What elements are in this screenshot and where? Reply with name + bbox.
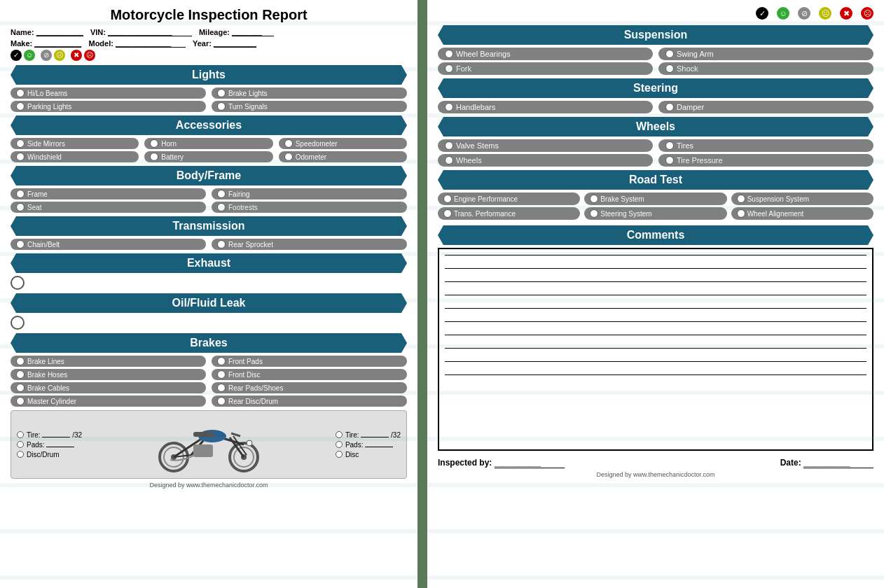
swing-arm-circle[interactable] <box>665 50 674 58</box>
wheel-alignment-label: Wheel Alignement <box>747 210 804 218</box>
brake-hoses-label: Brake Hoses <box>27 371 67 379</box>
windshield-item[interactable]: Windshield <box>11 151 139 162</box>
rear-pads-item[interactable]: Rear Pads/Shoes <box>212 382 407 393</box>
suspension-system-item[interactable]: Suspension System <box>731 192 873 205</box>
brake-system-circle[interactable] <box>590 195 598 203</box>
hi-lo-beams-circle[interactable] <box>16 89 25 97</box>
chain-belt-item[interactable]: Chain/Belt <box>11 239 206 250</box>
master-cylinder-circle[interactable] <box>16 397 25 405</box>
trans-performance-circle[interactable] <box>443 209 452 218</box>
exhaust-circle[interactable] <box>11 276 25 290</box>
front-pads-item[interactable]: Front Pads <box>212 356 407 367</box>
damper-circle[interactable] <box>665 103 674 111</box>
fork-item[interactable]: Fork <box>438 62 653 75</box>
right-tire-circle[interactable] <box>336 431 343 438</box>
left-pads-circle[interactable] <box>17 441 24 448</box>
brake-hoses-circle[interactable] <box>16 370 25 379</box>
turn-signals-item[interactable]: Turn Signals <box>212 101 407 112</box>
seat-item[interactable]: Seat <box>11 202 206 213</box>
valve-stems-item[interactable]: Valve Stems <box>438 139 653 152</box>
hi-lo-beams-item[interactable]: Hi/Lo Beams <box>11 88 206 99</box>
shock-item[interactable]: Shock <box>658 62 873 75</box>
wheels-item[interactable]: Wheels <box>438 154 653 167</box>
parking-lights-circle[interactable] <box>16 102 25 111</box>
rear-disc-circle[interactable] <box>217 397 226 405</box>
wheels-circle[interactable] <box>445 156 453 164</box>
brake-cables-item[interactable]: Brake Cables <box>11 382 206 393</box>
battery-item[interactable]: Battery <box>144 151 272 162</box>
frame-circle[interactable] <box>16 190 25 198</box>
suspension-system-label: Suspension System <box>747 195 809 203</box>
damper-item[interactable]: Damper <box>658 101 873 113</box>
brake-lines-item[interactable]: Brake Lines <box>11 356 206 367</box>
parking-lights-item[interactable]: Parking Lights <box>11 101 206 112</box>
brake-system-item[interactable]: Brake System <box>584 192 726 205</box>
odometer-label: Odometer <box>296 153 326 161</box>
horn-item[interactable]: Horn <box>144 138 272 149</box>
left-disc-item: Disc/Drum <box>17 451 82 458</box>
odometer-item[interactable]: Odometer <box>279 151 407 162</box>
seat-circle[interactable] <box>16 203 25 211</box>
speedometer-circle[interactable] <box>284 139 293 148</box>
side-mirrors-item[interactable]: Side Mirrors <box>11 138 139 149</box>
chain-belt-circle[interactable] <box>16 240 25 248</box>
tires-circle[interactable] <box>665 141 674 150</box>
steering-system-item[interactable]: Steering System <box>584 207 726 220</box>
wheel-alignment-item[interactable]: Wheel Alignement <box>731 207 873 220</box>
front-pads-circle[interactable] <box>217 357 226 365</box>
oil-fluid-circle[interactable] <box>11 316 25 330</box>
battery-circle[interactable] <box>150 153 158 161</box>
wheel-alignment-circle[interactable] <box>737 209 745 218</box>
turn-signals-circle[interactable] <box>217 102 226 111</box>
front-disc-circle[interactable] <box>217 370 226 379</box>
shock-circle[interactable] <box>665 64 674 73</box>
handlebars-circle[interactable] <box>445 103 453 111</box>
rear-pads-circle[interactable] <box>217 384 226 392</box>
body-frame-header: Body/Frame <box>11 166 407 186</box>
handlebars-item[interactable]: Handlebars <box>438 101 653 113</box>
front-disc-item[interactable]: Front Disc <box>212 369 407 380</box>
wheel-bearings-item[interactable]: Wheel Bearings <box>438 48 653 60</box>
comments-box[interactable] <box>438 248 873 451</box>
brake-lights-item[interactable]: Brake Lights <box>212 88 407 99</box>
master-cylinder-item[interactable]: Master Cylinder <box>11 396 206 407</box>
model-label: Model: <box>88 39 113 48</box>
footrests-item[interactable]: Footrests <box>212 202 407 213</box>
tire-pressure-circle[interactable] <box>665 156 674 164</box>
suspension-system-circle[interactable] <box>737 195 745 203</box>
trans-performance-item[interactable]: Trans. Performance <box>438 207 580 220</box>
swing-arm-item[interactable]: Swing Arm <box>658 48 873 60</box>
brake-hoses-item[interactable]: Brake Hoses <box>11 369 206 380</box>
valve-stems-circle[interactable] <box>445 141 453 150</box>
frame-item[interactable]: Frame <box>11 188 206 200</box>
fairing-item[interactable]: Fairing <box>212 188 407 200</box>
odometer-circle[interactable] <box>284 153 293 161</box>
fork-circle[interactable] <box>445 64 453 73</box>
left-panel: Motorcycle Inspection Report Name: _____… <box>0 0 420 588</box>
side-mirrors-circle[interactable] <box>16 139 25 148</box>
transmission-items: Chain/Belt Rear Sprocket <box>11 239 407 250</box>
brake-lights-circle[interactable] <box>217 89 226 97</box>
left-disc-circle[interactable] <box>17 451 24 458</box>
rear-sprocket-circle[interactable] <box>217 240 226 248</box>
footrests-circle[interactable] <box>217 203 226 211</box>
checkmark-icon: ✓ <box>11 50 22 61</box>
brake-cables-circle[interactable] <box>16 384 25 392</box>
fairing-circle[interactable] <box>217 190 226 198</box>
steering-system-circle[interactable] <box>590 209 598 218</box>
comment-line-6 <box>445 321 866 322</box>
engine-performance-circle[interactable] <box>443 195 452 203</box>
right-disc-circle[interactable] <box>336 451 343 458</box>
windshield-circle[interactable] <box>16 153 25 161</box>
tires-item[interactable]: Tires <box>658 139 873 152</box>
brake-lines-circle[interactable] <box>16 357 25 365</box>
speedometer-item[interactable]: Speedometer <box>279 138 407 149</box>
tire-pressure-item[interactable]: Tire Pressure <box>658 154 873 167</box>
engine-performance-item[interactable]: Engine Performance <box>438 192 580 205</box>
right-pads-circle[interactable] <box>336 441 343 448</box>
rear-sprocket-item[interactable]: Rear Sprocket <box>212 239 407 250</box>
horn-circle[interactable] <box>150 139 158 148</box>
wheel-bearings-circle[interactable] <box>445 50 453 58</box>
rear-disc-item[interactable]: Rear Disc/Drum <box>212 396 407 407</box>
left-tire-circle[interactable] <box>17 431 24 438</box>
